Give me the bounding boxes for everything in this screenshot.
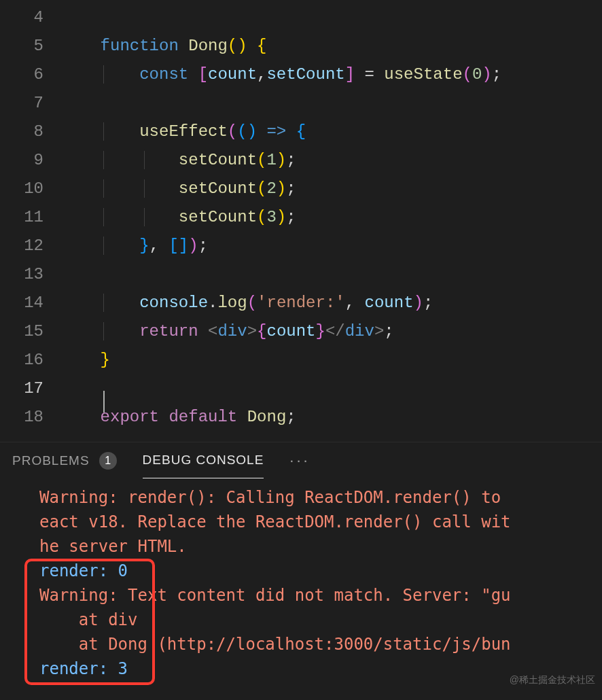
panel-tabs: PROBLEMS 1 DEBUG CONSOLE ··· — [0, 442, 602, 478]
tab-problems[interactable]: PROBLEMS 1 — [12, 442, 117, 478]
debug-console-output[interactable]: Warning: render(): Calling ReactDOM.rend… — [0, 478, 602, 700]
code-line[interactable]: 12 }, []); — [0, 231, 602, 260]
code-content[interactable]: setCount(2); — [61, 179, 602, 198]
line-number: 13 — [0, 265, 61, 283]
problems-badge: 1 — [99, 452, 117, 470]
code-content[interactable]: setCount(3); — [61, 208, 602, 226]
line-number: 12 — [0, 237, 61, 255]
code-line[interactable]: 14 console.log('render:', count); — [0, 288, 602, 317]
code-line[interactable]: 13 — [0, 260, 602, 288]
line-number: 9 — [0, 151, 61, 169]
code-content[interactable]: console.log('render:', count); — [61, 294, 602, 312]
code-line[interactable]: 11 setCount(3); — [0, 203, 602, 231]
line-number: 18 — [0, 408, 61, 426]
console-line: render: 0 — [3, 559, 599, 583]
code-line[interactable]: 7 — [0, 88, 602, 117]
code-line[interactable]: 5 function Dong() { — [0, 31, 602, 60]
console-line: eact v18. Replace the ReactDOM.render() … — [3, 510, 599, 534]
code-content[interactable]: function Dong() { — [61, 37, 602, 55]
code-line[interactable]: 17 — [0, 374, 602, 402]
line-number: 8 — [0, 122, 61, 141]
code-line[interactable]: 9 setCount(1); — [0, 145, 602, 174]
tab-debug-console[interactable]: DEBUG CONSOLE — [143, 442, 264, 478]
line-number: 4 — [0, 8, 61, 27]
line-number: 17 — [0, 379, 61, 398]
code-content[interactable]: setCount(1); — [61, 151, 602, 169]
code-content[interactable]: } — [61, 351, 602, 369]
code-line[interactable]: 15 return <div>{count}</div>; — [0, 317, 602, 345]
code-editor[interactable]: 45 function Dong() {6 const [count,setCo… — [0, 0, 602, 431]
code-line[interactable]: 4 — [0, 3, 602, 31]
code-content[interactable]: const [count,setCount] = useState(0); — [61, 65, 602, 84]
code-line[interactable]: 6 const [count,setCount] = useState(0); — [0, 60, 602, 88]
watermark: @稀土掘金技术社区 — [510, 674, 595, 686]
tab-problems-label: PROBLEMS — [12, 453, 90, 468]
console-line: at div — [3, 608, 599, 632]
code-line[interactable]: 18 export default Dong; — [0, 402, 602, 431]
console-line: he server HTML. — [3, 534, 599, 559]
code-line[interactable]: 16 } — [0, 345, 602, 374]
line-number: 14 — [0, 294, 61, 312]
code-content[interactable]: return <div>{count}</div>; — [61, 322, 602, 340]
line-number: 6 — [0, 65, 61, 84]
console-line: at Dong (http://localhost:3000/static/js… — [3, 632, 599, 657]
console-line: Warning: render(): Calling ReactDOM.rend… — [3, 485, 599, 510]
line-number: 11 — [0, 208, 61, 226]
console-line: Warning: Text content did not match. Ser… — [3, 583, 599, 608]
line-number: 7 — [0, 94, 61, 112]
line-number: 16 — [0, 351, 61, 369]
code-line[interactable]: 8 useEffect(() => { — [0, 117, 602, 145]
code-line[interactable]: 10 setCount(2); — [0, 174, 602, 203]
line-number: 5 — [0, 37, 61, 55]
code-content[interactable]: }, []); — [61, 237, 602, 255]
panel-more-icon[interactable]: ··· — [289, 452, 310, 470]
tab-debug-label: DEBUG CONSOLE — [143, 453, 264, 468]
line-number: 10 — [0, 179, 61, 198]
code-content[interactable]: export default Dong; — [61, 408, 602, 426]
line-number: 15 — [0, 322, 61, 340]
code-content[interactable]: useEffect(() => { — [61, 122, 602, 141]
